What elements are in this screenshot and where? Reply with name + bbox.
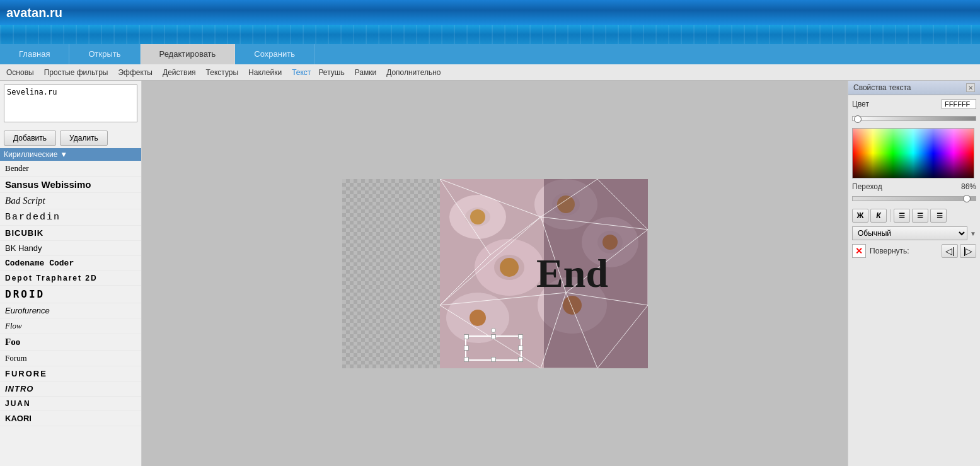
text-delete-button[interactable]: ✕ — [852, 244, 866, 258]
font-item[interactable]: BK Handy — [0, 241, 141, 256]
font-item[interactable]: Depot Trapharet 2D — [0, 271, 141, 286]
font-item[interactable]: DROID — [0, 286, 141, 303]
transition-slider-thumb[interactable] — [963, 195, 971, 202]
color-row: Цвет — [852, 99, 976, 109]
color-input[interactable] — [942, 99, 976, 109]
toolbar-item-основы[interactable]: Основы — [4, 68, 37, 77]
canvas-transparent — [342, 179, 440, 368]
add-button[interactable]: Добавить — [4, 131, 56, 146]
chevron-down-icon: ▼ — [60, 150, 67, 159]
rotate-label: Повернуть: — [870, 247, 938, 255]
font-item[interactable]: Bardedin — [0, 209, 141, 226]
canvas-wrapper: End — [342, 179, 648, 368]
color-label: Цвет — [852, 100, 938, 108]
transition-slider-container — [852, 195, 976, 204]
font-item[interactable]: BICUBIK — [0, 226, 141, 241]
daisy-background: End — [440, 179, 648, 368]
font-item[interactable]: Codename Coder — [0, 256, 141, 271]
main-layout: Добавить Удалить Кириллические ▼ BenderS… — [0, 81, 980, 466]
right-panel: Свойства текста ✕ Цвет Переход 86% — [848, 81, 980, 466]
props-title: Свойства текста — [853, 83, 911, 92]
color-picker[interactable] — [852, 128, 974, 178]
font-item[interactable]: Bender — [0, 161, 141, 177]
font-item[interactable]: Sansus Webissimo — [0, 177, 141, 193]
style-select[interactable]: ОбычныйЖирныйКурсивЖирный курсив — [852, 226, 967, 240]
align-center-button[interactable]: ☰ — [912, 209, 928, 223]
nav-tab-сохранить[interactable]: Сохранить — [235, 44, 314, 64]
toolbar-item-действия[interactable]: Действия — [160, 68, 199, 77]
toolbar-item-текстуры[interactable]: Текстуры — [204, 68, 241, 77]
button-row: Добавить Удалить — [0, 128, 141, 148]
canvas-area: End — [142, 81, 848, 466]
align-right-button[interactable]: ☰ — [930, 209, 947, 223]
canvas-image: End — [440, 179, 648, 368]
toolbar-item-наклейки[interactable]: Наклейки — [246, 68, 284, 77]
chevron-down-icon: ▼ — [970, 230, 976, 237]
toolbar-item-рамки[interactable]: Рамки — [352, 68, 379, 77]
props-header: Свойства текста ✕ — [848, 81, 980, 95]
daisy-svg — [440, 179, 648, 368]
rotate-right-button[interactable]: |▷ — [960, 244, 976, 258]
color-slider-thumb[interactable] — [854, 115, 862, 123]
toolbar-item-дополнительно[interactable]: Дополнительно — [384, 68, 443, 77]
align-left-button[interactable]: ☰ — [894, 209, 910, 223]
x-icon: ✕ — [855, 246, 863, 256]
font-item[interactable]: Flow — [0, 318, 141, 334]
bold-button[interactable]: Ж — [852, 209, 868, 223]
font-category-label: Кириллические — [4, 150, 57, 159]
font-item[interactable]: Forum — [0, 351, 141, 366]
toolbar-item-ретушь[interactable]: Ретушь — [316, 68, 347, 77]
transition-label: Переход — [852, 182, 959, 191]
header: avatan.ru — [0, 0, 980, 25]
color-slider-track[interactable] — [852, 116, 976, 121]
style-row: ОбычныйЖирныйКурсивЖирный курсив ▼ — [852, 226, 976, 240]
font-item[interactable]: INTRO — [0, 382, 141, 397]
delete-button[interactable]: Удалить — [60, 131, 108, 146]
rotate-buttons: ◁| |▷ — [942, 244, 976, 258]
nav-tab-открыть[interactable]: Открыть — [69, 44, 140, 64]
nav-tab-главная[interactable]: Главная — [0, 44, 69, 64]
font-list: BenderSansus WebissimoBad ScriptBardedin… — [0, 161, 141, 426]
toolbar-item-текст[interactable]: Текст — [289, 68, 313, 77]
font-category-dropdown[interactable]: Кириллические ▼ — [0, 148, 141, 161]
nav-tab-редактировать[interactable]: Редактировать — [141, 44, 236, 64]
svg-point-9 — [500, 258, 519, 277]
text-input[interactable] — [4, 84, 137, 122]
font-item[interactable]: Foo — [0, 334, 141, 351]
transition-slider[interactable] — [852, 196, 976, 201]
font-item[interactable]: KAORI — [0, 411, 141, 426]
action-row: ✕ Повернуть: ◁| |▷ — [852, 244, 976, 258]
italic-button[interactable]: К — [870, 209, 887, 223]
format-row: Ж К ☰ ☰ ☰ — [852, 209, 976, 223]
water-bar — [0, 25, 980, 44]
font-item[interactable]: JUAN — [0, 397, 141, 411]
toolbar-item-эффекты[interactable]: Эффекты — [115, 68, 155, 77]
site-title: avatan.ru — [6, 6, 62, 20]
font-item[interactable]: Eurofurence — [0, 303, 141, 318]
format-separator — [890, 209, 891, 222]
transition-value: 86% — [961, 182, 976, 191]
svg-point-3 — [470, 209, 485, 224]
font-list-container: BenderSansus WebissimoBad ScriptBardedin… — [0, 161, 141, 466]
nav-tabs: ГлавнаяОткрытьРедактироватьСохранить — [0, 44, 980, 64]
toolbar-item-простые-фильтры[interactable]: Простые фильтры — [42, 68, 111, 77]
toolbar: ОсновыПростые фильтрыЭффектыДействияТекс… — [0, 64, 980, 81]
font-item[interactable]: Bad Script — [0, 193, 141, 209]
close-button[interactable]: ✕ — [966, 83, 975, 92]
svg-point-14 — [470, 310, 486, 326]
rotate-left-button[interactable]: ◁| — [942, 244, 958, 258]
transition-row: Переход 86% — [852, 182, 976, 191]
props-body: Цвет Переход 86% — [848, 95, 980, 262]
font-item[interactable]: FURORE — [0, 366, 141, 382]
left-panel: Добавить Удалить Кириллические ▼ BenderS… — [0, 81, 142, 466]
text-input-area — [0, 81, 141, 128]
color-slider-container — [852, 114, 976, 123]
